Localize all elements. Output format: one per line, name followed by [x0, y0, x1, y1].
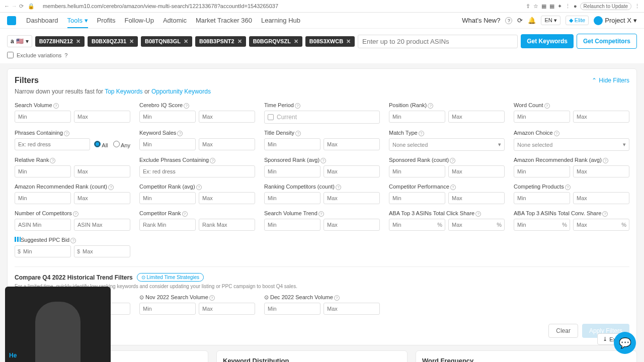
lang-selector[interactable]: EN ▾ [541, 16, 560, 25]
wf-title: Word Frequency [422, 357, 630, 362]
exclude-variations-checkbox[interactable]: Exclude variations ? [7, 52, 67, 58]
back-icon[interactable]: ← [4, 3, 10, 10]
comp-rank-min[interactable] [139, 219, 196, 231]
star-icon[interactable]: ☆ [533, 3, 538, 10]
bell-icon[interactable]: 🔔 [528, 17, 536, 24]
nov-sv-min[interactable] [139, 303, 196, 315]
comp-rank-max[interactable] [199, 219, 255, 231]
marketplace-selector[interactable]: a 🇺🇸 ▾ [7, 35, 32, 47]
aba-conv-min[interactable] [514, 219, 570, 231]
keyword-sales-max[interactable] [199, 138, 255, 150]
whats-new-link[interactable]: What's New? [462, 17, 500, 24]
sponsored-rank-avg-max[interactable] [324, 165, 380, 177]
amz-rec-rank-avg-max[interactable] [573, 165, 629, 177]
forward-icon[interactable]: → [12, 3, 17, 10]
sponsored-rank-count-max[interactable] [448, 165, 505, 177]
ranking-comp-count-min[interactable] [264, 192, 320, 204]
relaunch-button[interactable]: Relaunch to Update [580, 3, 631, 10]
word-count-min[interactable] [514, 111, 570, 123]
dec-sv-max[interactable] [324, 303, 380, 315]
amz-rec-rank-avg-min[interactable] [514, 165, 570, 177]
app-logo[interactable] [7, 16, 16, 25]
amazon-choice-select[interactable]: None selected▾ [514, 138, 629, 151]
close-icon[interactable]: ✕ [294, 38, 298, 45]
aba-click-min[interactable] [389, 219, 445, 231]
comp-perf-min[interactable] [389, 192, 445, 204]
tab-adtomic[interactable]: Adtomic [163, 17, 187, 25]
aba-conv-max[interactable] [573, 219, 629, 231]
reload-icon[interactable]: ⟳ [19, 3, 24, 10]
close-icon[interactable]: ✕ [346, 38, 351, 45]
amz-rec-rank-count-min[interactable] [15, 192, 71, 204]
dec-sv-min[interactable] [264, 303, 320, 315]
ranking-comp-count-max[interactable] [324, 192, 380, 204]
help-icon[interactable]: ? [505, 17, 512, 24]
limited-strategies-badge[interactable]: ⊙ Limited Time Strategies [137, 273, 204, 282]
sv-trend-min[interactable] [264, 219, 320, 231]
tab-followup[interactable]: Follow-Up [124, 17, 154, 25]
amz-rec-rank-count-max[interactable] [74, 192, 130, 204]
ppc-max[interactable] [74, 245, 130, 257]
close-icon[interactable]: ✕ [129, 38, 134, 45]
sv-trend-max[interactable] [324, 219, 380, 231]
sponsored-rank-avg-min[interactable] [264, 165, 320, 177]
relative-rank-min[interactable] [15, 165, 71, 177]
chat-button[interactable]: 💬 [614, 332, 636, 354]
time-period-select[interactable]: Current [264, 111, 380, 124]
phrases-containing-input[interactable] [15, 138, 90, 150]
keyword-sales-min[interactable] [139, 138, 196, 150]
nov-sv-max[interactable] [199, 303, 255, 315]
refresh-icon[interactable]: ⟳ [517, 17, 523, 24]
ppc-min[interactable] [15, 245, 71, 257]
project-selector[interactable]: Project X ▾ [594, 16, 637, 25]
tab-market-tracker[interactable]: Market Tracker 360 [196, 17, 252, 25]
position-rank-min[interactable] [389, 111, 445, 123]
asin-input[interactable] [358, 35, 518, 48]
ppc-label: Suggested PPC Bid? [15, 237, 130, 243]
get-competitors-button[interactable]: Get Competitors [577, 34, 637, 49]
num-competitors-max[interactable] [74, 219, 130, 231]
opportunity-keywords-link[interactable]: Opportunity Keywords [151, 88, 211, 95]
comp-perf-max[interactable] [448, 192, 505, 204]
search-volume-max[interactable] [74, 111, 130, 123]
radio-all[interactable]: All [94, 141, 108, 148]
relative-rank-max[interactable] [74, 165, 130, 177]
get-keywords-button[interactable]: Get Keywords [521, 34, 574, 48]
cerebro-iq-min[interactable] [139, 111, 196, 123]
tab-tools[interactable]: Tools ▾ [67, 17, 88, 28]
title-density-min[interactable] [264, 138, 320, 150]
plan-badge[interactable]: ◆ Elite [566, 16, 589, 25]
search-volume-min[interactable] [15, 111, 71, 123]
sponsored-rank-count-min[interactable] [389, 165, 445, 177]
comp-rank-avg-max[interactable] [199, 192, 255, 204]
menu-icon[interactable]: ⋮ [565, 3, 571, 10]
clear-button[interactable]: Clear [548, 324, 578, 338]
tab-learning-hub[interactable]: Learning Hub [261, 17, 300, 25]
tab-profits[interactable]: Profits [97, 17, 116, 25]
top-keywords-link[interactable]: Top Keywords [105, 88, 142, 95]
exclude-phrases-input[interactable] [139, 165, 255, 177]
comp-rank-avg-min[interactable] [139, 192, 196, 204]
close-icon[interactable]: ✕ [76, 38, 80, 45]
num-competitors-min[interactable] [15, 219, 71, 231]
radio-any[interactable]: Any [113, 141, 130, 148]
tab-dashboard[interactable]: Dashboard [26, 17, 58, 25]
url-bar[interactable]: members.helium10.com/cerebro/amazon/view… [39, 2, 522, 10]
match-type-select[interactable]: None selected▾ [389, 138, 505, 151]
competing-products-max[interactable] [573, 192, 629, 204]
close-icon[interactable]: ✕ [237, 38, 242, 45]
ext2-icon[interactable]: ▦ [549, 3, 554, 10]
ext1-icon[interactable]: ▦ [541, 3, 546, 10]
profile-icon[interactable]: ● [574, 3, 577, 9]
kebab-icon[interactable]: ⋮ [634, 3, 640, 10]
position-rank-max[interactable] [448, 111, 505, 123]
puzzle-icon[interactable]: ✦ [557, 3, 562, 10]
aba-click-max[interactable] [448, 219, 505, 231]
word-count-max[interactable] [573, 111, 629, 123]
competing-products-min[interactable] [514, 192, 570, 204]
cerebro-iq-max[interactable] [199, 111, 255, 123]
hide-filters-toggle[interactable]: ⌃ Hide Filters [592, 77, 629, 84]
share-icon[interactable]: ⇪ [526, 3, 530, 10]
title-density-max[interactable] [324, 138, 380, 150]
close-icon[interactable]: ✕ [184, 38, 188, 45]
